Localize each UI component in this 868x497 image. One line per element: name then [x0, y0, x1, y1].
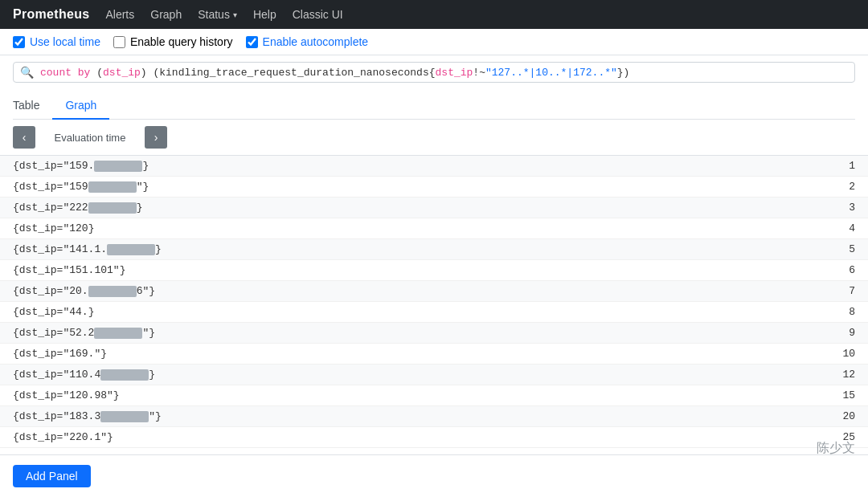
nav-help[interactable]: Help [253, 6, 276, 22]
query-display: count by (dst_ip) (kindling_trace_reques… [40, 67, 848, 79]
metric-label: {dst_ip="20. 6"} [0, 281, 712, 302]
search-icon: 🔍 [20, 66, 34, 79]
table-row: {dst_ip="44.}8 [0, 302, 868, 323]
metric-value: 6 [712, 260, 868, 281]
table-row: {dst_ip="120}4 [0, 218, 868, 239]
metric-value: 9 [712, 323, 868, 344]
metric-value: 4 [712, 218, 868, 239]
metric-value: 1 [712, 156, 868, 177]
table-row: {dst_ip="120.98"}15 [0, 385, 868, 406]
metric-value: 7 [712, 281, 868, 302]
watermark: 陈少文 [817, 440, 855, 457]
enable-autocomplete-checkbox[interactable] [246, 36, 258, 48]
metric-value: 3 [712, 198, 868, 218]
metric-label: {dst_ip="120.98"} [0, 385, 712, 406]
metric-label: {dst_ip="52.2 "} [0, 323, 712, 344]
enable-query-history-label[interactable]: Enable query history [113, 35, 233, 48]
brand-logo[interactable]: Prometheus [13, 7, 89, 22]
results-table: {dst_ip="159. }1{dst_ip="159 "}2{dst_ip=… [0, 156, 868, 448]
table-row: {dst_ip="52.2 "}9 [0, 323, 868, 344]
footer: Add Panel [0, 454, 868, 496]
nav-status-label: Status [198, 8, 230, 21]
metric-label: {dst_ip="44.} [0, 302, 712, 323]
chevron-down-icon: ▾ [233, 10, 237, 19]
tabs-container: Table Graph [13, 89, 855, 120]
tab-graph[interactable]: Graph [52, 92, 109, 120]
results-table-container: {dst_ip="159. }1{dst_ip="159 "}2{dst_ip=… [0, 156, 868, 448]
table-row: {dst_ip="110.4 }12 [0, 365, 868, 385]
metric-value: 5 [712, 239, 868, 260]
metric-value: 2 [712, 177, 868, 198]
metric-label: {dst_ip="120} [0, 218, 712, 239]
enable-autocomplete-label[interactable]: Enable autocomplete [246, 35, 369, 48]
nav-graph[interactable]: Graph [150, 6, 182, 22]
nav-alerts[interactable]: Alerts [105, 6, 134, 22]
metric-value: 10 [712, 344, 868, 365]
metric-label: {dst_ip="110.4 } [0, 365, 712, 385]
table-row: {dst_ip="222 }3 [0, 198, 868, 218]
metric-value: 15 [712, 385, 868, 406]
enable-query-history-checkbox[interactable] [113, 36, 125, 48]
use-local-time-label[interactable]: Use local time [13, 35, 100, 48]
metric-value: 8 [712, 302, 868, 323]
add-panel-button[interactable]: Add Panel [13, 465, 91, 487]
eval-prev-button[interactable]: ‹ [13, 126, 35, 149]
eval-label: Evaluation time [42, 132, 138, 144]
metric-label: {dst_ip="183.3 "} [0, 406, 712, 427]
metric-value: 20 [712, 406, 868, 427]
table-row: {dst_ip="20. 6"}7 [0, 281, 868, 302]
table-row: {dst_ip="159 "}2 [0, 177, 868, 198]
table-row: {dst_ip="169."}10 [0, 344, 868, 365]
navbar: Prometheus Alerts Graph Status ▾ Help Cl… [0, 0, 868, 29]
metric-label: {dst_ip="141.1. } [0, 239, 712, 260]
nav-status-dropdown[interactable]: Status ▾ [198, 8, 237, 21]
metric-label: {dst_ip="220.1"} [0, 427, 712, 448]
metric-label: {dst_ip="169."} [0, 344, 712, 365]
main-content: ‹ Evaluation time › {dst_ip="159. }1{dst… [0, 120, 868, 496]
tab-table[interactable]: Table [13, 92, 52, 120]
table-row: {dst_ip="220.1"}25 [0, 427, 868, 448]
toolbar: Use local time Enable query history Enab… [0, 29, 868, 55]
table-row: {dst_ip="159. }1 [0, 156, 868, 177]
table-row: {dst_ip="151.101"}6 [0, 260, 868, 281]
metric-label: {dst_ip="159. } [0, 156, 712, 177]
table-row: {dst_ip="183.3 "}20 [0, 406, 868, 427]
evaluation-row: ‹ Evaluation time › [0, 120, 868, 156]
eval-next-button[interactable]: › [145, 126, 167, 149]
metric-value: 12 [712, 365, 868, 385]
search-bar[interactable]: 🔍 count by (dst_ip) (kindling_trace_requ… [13, 62, 855, 83]
metric-label: {dst_ip="222 } [0, 198, 712, 218]
metric-label: {dst_ip="159 "} [0, 177, 712, 198]
nav-classic-ui[interactable]: Classic UI [293, 6, 343, 22]
use-local-time-checkbox[interactable] [13, 36, 25, 48]
table-row: {dst_ip="141.1. }5 [0, 239, 868, 260]
metric-label: {dst_ip="151.101"} [0, 260, 712, 281]
